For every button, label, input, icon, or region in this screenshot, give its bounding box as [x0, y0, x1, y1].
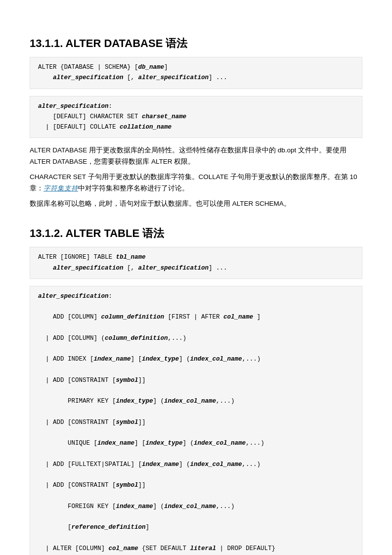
code-line: alter_specification:	[38, 101, 354, 112]
code-line: ALTER [IGNORE] TABLE tbl_name	[38, 252, 354, 263]
code-line: [DEFAULT] CHARACTER SET charset_name	[38, 112, 354, 122]
code-line: | ADD [COLUMN] (column_definition,...)	[38, 333, 354, 344]
code-line: | [DEFAULT] COLLATE collation_name	[38, 122, 354, 133]
prose-3: 数据库名称可以忽略，此时，语句对应于默认数据库。也可以使用 ALTER SCHE…	[30, 198, 362, 210]
prose-1: ALTER DATABASE 用于更改数据库的全局特性。这些特性储存在数据库目录…	[30, 145, 362, 168]
code-block-alter-table-1: ALTER [IGNORE] TABLE tbl_name alter_spec…	[30, 247, 362, 279]
code-line: | ALTER [COLUMN] col_name {SET DEFAULT l…	[38, 544, 354, 554]
code-line: | ADD INDEX [index_name] [index_type] (i…	[38, 354, 354, 365]
code-line: | ADD [FULLTEXT|SPATIAL] [index_name] (i…	[38, 460, 354, 470]
section2-title: 13.1.2. ALTER TABLE 语法	[30, 225, 362, 242]
section-alter-database: 13.1.1. ALTER DATABASE 语法 ALTER {DATABAS…	[30, 35, 362, 210]
code-line: alter_specification [, alter_specificati…	[38, 73, 354, 83]
code-line: | ADD [CONSTRAINT [symbol]]	[38, 375, 354, 386]
code-block-alter-db-2: alter_specification: [DEFAULT] CHARACTER…	[30, 96, 362, 139]
code-line: [reference_definition]	[38, 522, 354, 533]
charset-link[interactable]: 字符集支持	[44, 185, 78, 192]
code-line: UNIQUE [index_name] [index_type] (index_…	[38, 438, 354, 449]
section1-title: 13.1.1. ALTER DATABASE 语法	[30, 35, 362, 52]
code-block-alter-table-2: alter_specification: ADD [COLUMN] column…	[30, 286, 362, 555]
code-line: ADD [COLUMN] column_definition [FIRST | …	[38, 312, 354, 323]
code-line: alter_specification [, alter_specificati…	[38, 263, 354, 274]
code-block-alter-db-1: ALTER {DATABASE | SCHEMA} [db_name] alte…	[30, 57, 362, 89]
code-line: FOREIGN KEY [index_name] (index_col_name…	[38, 502, 354, 512]
prose-2: CHARACTER SET 子句用于更改默认的数据库字符集。COLLATE 子句…	[30, 172, 362, 194]
section-alter-table: 13.1.2. ALTER TABLE 语法 ALTER [IGNORE] TA…	[30, 225, 362, 555]
code-line: | ADD [CONSTRAINT [symbol]]	[38, 417, 354, 428]
code-line: | ADD [CONSTRAINT [symbol]]	[38, 480, 354, 491]
code-line: PRIMARY KEY [index_type] (index_col_name…	[38, 396, 354, 407]
code-line: alter_specification:	[38, 291, 354, 302]
code-line: ALTER {DATABASE | SCHEMA} [db_name]	[38, 62, 354, 73]
